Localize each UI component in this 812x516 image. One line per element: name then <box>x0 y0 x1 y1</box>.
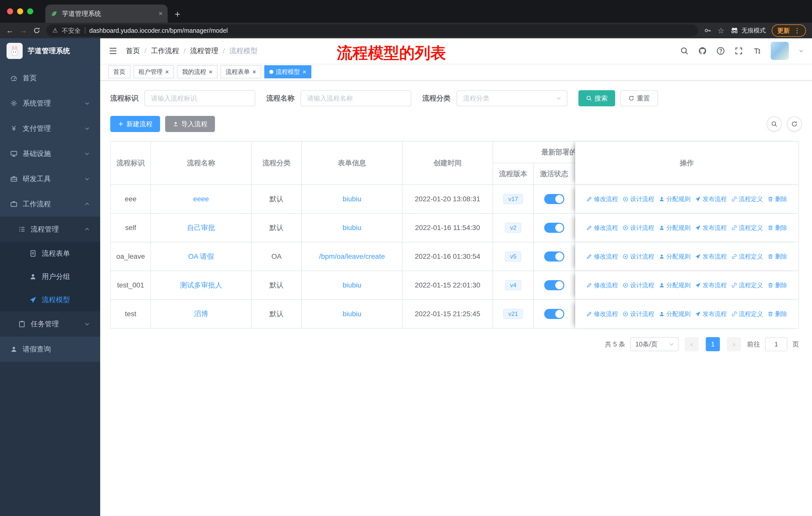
version-badge[interactable]: v17 <box>503 194 523 204</box>
browser-tab[interactable]: 芋道管理系统 × <box>45 4 168 23</box>
action-publish[interactable]: 发布流程 <box>695 224 727 232</box>
action-modify[interactable]: 修改流程 <box>586 310 618 318</box>
search-icon[interactable] <box>680 47 689 55</box>
breadcrumb-item-home[interactable]: 首页 <box>126 46 140 56</box>
active-toggle[interactable] <box>544 223 564 233</box>
close-window-button[interactable] <box>7 8 13 15</box>
tag-process-form[interactable]: 流程表单 × <box>221 65 261 78</box>
help-icon[interactable] <box>716 47 725 55</box>
current-page-button[interactable]: 1 <box>706 337 720 351</box>
tag-my-process[interactable]: 我的流程 × <box>177 65 218 78</box>
back-button[interactable]: ← <box>6 27 13 34</box>
action-modify[interactable]: 修改流程 <box>586 281 618 289</box>
close-icon[interactable]: × <box>302 69 306 75</box>
reload-button[interactable] <box>33 27 40 34</box>
sidebar-item-payment-management[interactable]: ¥ 支付管理 <box>0 116 100 141</box>
close-icon[interactable]: × <box>252 69 256 75</box>
action-delete[interactable]: 删除 <box>767 310 787 318</box>
action-definition[interactable]: 流程定义 <box>731 252 763 261</box>
action-delete[interactable]: 删除 <box>767 281 787 289</box>
github-icon[interactable] <box>698 47 707 55</box>
app-logo[interactable]: 芋道管理系统 <box>0 38 100 63</box>
breadcrumb-item-workflow[interactable]: 工作流程 <box>151 46 179 56</box>
sidebar-item-user-group[interactable]: 用户分组 <box>0 265 100 288</box>
active-toggle[interactable] <box>544 280 564 290</box>
action-assign-rules[interactable]: 分配规则 <box>659 310 690 318</box>
action-design[interactable]: 设计流程 <box>622 281 654 289</box>
page-size-select[interactable]: 10条/页 <box>630 337 678 351</box>
minimize-window-button[interactable] <box>17 8 23 15</box>
kebab-menu-icon[interactable]: ⋮ <box>794 27 801 34</box>
process-name-input[interactable] <box>300 90 411 106</box>
tag-home[interactable]: 首页 <box>108 65 130 78</box>
action-publish[interactable]: 发布流程 <box>695 310 727 318</box>
action-modify[interactable]: 修改流程 <box>586 224 618 232</box>
maximize-window-button[interactable] <box>27 8 33 15</box>
category-select[interactable]: 流程分类 <box>457 90 567 106</box>
tag-tenant-management[interactable]: 租户管理 × <box>134 65 174 78</box>
sidebar-item-dev-tools[interactable]: 研发工具 <box>0 166 100 191</box>
create-process-button[interactable]: 新建流程 <box>110 116 160 132</box>
version-badge[interactable]: v2 <box>505 223 521 233</box>
sidebar-item-leave-query[interactable]: 请假查询 <box>0 336 100 362</box>
process-name-link[interactable]: 测试多审批人 <box>180 280 222 290</box>
action-publish[interactable]: 发布流程 <box>695 195 727 203</box>
action-design[interactable]: 设计流程 <box>622 195 654 203</box>
action-publish[interactable]: 发布流程 <box>695 252 727 261</box>
sidebar-item-process-form[interactable]: 流程表单 <box>0 242 100 265</box>
address-bar[interactable]: ⚠ 不安全 dashboard.yudao.iocoder.cn/bpm/man… <box>46 24 698 36</box>
sidebar-item-task-management[interactable]: 任务管理 <box>0 311 100 336</box>
font-size-icon[interactable] <box>753 47 761 55</box>
sidebar-item-process-management[interactable]: 流程管理 <box>0 217 100 242</box>
avatar[interactable] <box>771 42 789 60</box>
sidebar-item-workflow[interactable]: 工作流程 <box>0 191 100 217</box>
prev-page-button[interactable]: ‹ <box>685 337 699 351</box>
security-label[interactable]: 不安全 <box>62 26 81 35</box>
form-info-link[interactable]: biubiu <box>343 224 361 232</box>
sidebar-item-process-model[interactable]: 流程模型 <box>0 288 100 311</box>
action-definition[interactable]: 流程定义 <box>731 310 763 318</box>
action-design[interactable]: 设计流程 <box>622 252 654 261</box>
action-assign-rules[interactable]: 分配规则 <box>659 281 690 289</box>
form-info-link[interactable]: biubiu <box>343 281 361 289</box>
toggle-search-button[interactable] <box>767 116 782 132</box>
breadcrumb-item-process-management[interactable]: 流程管理 <box>190 46 219 56</box>
version-badge[interactable]: v5 <box>505 251 521 262</box>
process-name-link[interactable]: 滔博 <box>194 309 208 319</box>
form-info-link[interactable]: /bpm/oa/leave/create <box>319 252 385 261</box>
close-icon[interactable]: × <box>209 69 212 75</box>
active-toggle[interactable] <box>544 194 564 204</box>
action-delete[interactable]: 删除 <box>767 252 787 261</box>
action-modify[interactable]: 修改流程 <box>586 195 618 203</box>
action-delete[interactable]: 删除 <box>767 195 787 203</box>
next-page-button[interactable]: › <box>727 337 741 351</box>
update-menu-button[interactable]: 更新 ⋮ <box>772 24 806 37</box>
sidebar-item-infrastructure[interactable]: 基础设施 <box>0 141 100 166</box>
active-toggle[interactable] <box>544 251 564 262</box>
active-toggle[interactable] <box>544 309 564 319</box>
new-tab-button[interactable]: + <box>175 9 180 20</box>
process-name-link[interactable]: OA 请假 <box>188 252 214 261</box>
process-key-input[interactable] <box>144 90 255 106</box>
form-info-link[interactable]: biubiu <box>343 310 361 318</box>
process-name-link[interactable]: 自己审批 <box>187 223 215 233</box>
action-definition[interactable]: 流程定义 <box>731 281 763 289</box>
action-design[interactable]: 设计流程 <box>622 224 654 232</box>
action-assign-rules[interactable]: 分配规则 <box>659 224 690 232</box>
action-assign-rules[interactable]: 分配规则 <box>659 252 690 261</box>
sidebar-item-home[interactable]: 首页 <box>0 65 100 91</box>
url-text[interactable]: dashboard.yudao.iocoder.cn/bpm/manager/m… <box>89 27 228 34</box>
action-delete[interactable]: 删除 <box>767 224 787 232</box>
action-design[interactable]: 设计流程 <box>622 310 654 318</box>
goto-page-input[interactable] <box>765 337 787 351</box>
form-info-link[interactable]: biubiu <box>343 195 361 203</box>
close-icon[interactable]: × <box>165 69 169 75</box>
import-process-button[interactable]: 导入流程 <box>165 116 215 132</box>
process-name-link[interactable]: eeee <box>193 195 209 203</box>
forward-button[interactable]: → <box>20 27 27 34</box>
fullscreen-icon[interactable] <box>734 47 743 55</box>
version-badge[interactable]: v4 <box>505 280 521 290</box>
action-definition[interactable]: 流程定义 <box>731 195 763 203</box>
tag-process-model[interactable]: 流程模型 × <box>264 65 311 78</box>
bookmark-star-icon[interactable]: ☆ <box>718 26 724 35</box>
